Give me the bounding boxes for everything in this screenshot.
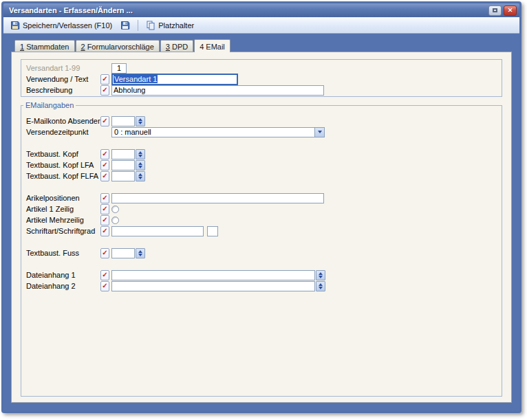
versendezeitpunkt-row: Versendezeitpunkt 0 : manuell	[21, 126, 502, 137]
arikelpositionen-label: Arikelpositionen	[26, 194, 100, 202]
kopf-flfa-spinner-buttons[interactable]	[136, 171, 145, 181]
text-module-check-icon[interactable]: ✓	[100, 85, 109, 96]
schriftgrad-input[interactable]	[207, 226, 218, 236]
spin-up-icon	[138, 118, 142, 121]
kopf-flfa-label: Textbaust. Kopf FLFA	[26, 172, 100, 180]
restore-icon	[493, 8, 497, 12]
toolbar: Speichern/Verlassen (F10) Platzhalter	[3, 17, 519, 34]
dateianhang2-input[interactable]	[111, 281, 315, 291]
dateianhang1-row: Dateianhang 1 ✓	[21, 269, 502, 280]
konto-spinner-buttons[interactable]	[136, 116, 145, 126]
schriftart-row: Schriftart/Schriftgrad ✓	[21, 225, 502, 236]
save-button[interactable]	[116, 19, 134, 32]
text-module-check-icon[interactable]: ✓	[100, 281, 109, 291]
window-title: Versandarten - Erfassen/Ändern ...	[9, 6, 486, 14]
text-module-check-icon[interactable]: ✓	[100, 204, 109, 214]
tab-stammdaten[interactable]: 1 Stammdaten	[14, 40, 75, 52]
save-icon	[10, 21, 20, 30]
text-module-check-icon[interactable]: ✓	[100, 226, 109, 236]
artikel-mehrzeilig-radio[interactable]	[111, 217, 119, 224]
konto-input[interactable]	[111, 116, 135, 126]
text-module-check-icon[interactable]: ✓	[100, 116, 109, 126]
fuss-label: Textbaust. Fuss	[26, 249, 100, 257]
arikelpositionen-row: Arikelpositionen ✓	[21, 192, 502, 203]
arikelpositionen-input[interactable]	[111, 193, 324, 203]
toolbar-separator	[138, 20, 138, 31]
versendezeitpunkt-label: Versendezeitpunkt	[26, 128, 100, 136]
save-exit-button[interactable]: Speichern/Verlassen (F10)	[6, 19, 116, 32]
titlebar: Versandarten - Erfassen/Ändern ... ✕	[3, 3, 519, 17]
dateianhang2-label: Dateianhang 2	[26, 282, 100, 290]
konto-label: E-Mailkonto Absender	[26, 117, 100, 125]
kopf-lfa-row: Textbaust. Kopf LFA ✓	[21, 159, 502, 170]
tabstrip: 1 Stammdaten 2 Formularvorschläge 3 DPD …	[11, 39, 512, 52]
kopf-input[interactable]	[111, 149, 135, 159]
placeholder-label: Platzhalter	[158, 21, 194, 30]
dropdown-arrow-icon[interactable]	[314, 128, 324, 137]
tab-page-email: Versandart 1-99 Verwendung / Text ✓ Vers…	[11, 52, 512, 403]
kopf-spinner-buttons[interactable]	[136, 149, 145, 159]
kopf-lfa-input[interactable]	[111, 160, 135, 170]
tab-formularvorschlaege[interactable]: 2 Formularvorschläge	[76, 40, 160, 52]
restore-button[interactable]	[488, 5, 502, 16]
general-groupbox: Versandart 1-99 Verwendung / Text ✓ Vers…	[21, 59, 502, 97]
verwendung-input[interactable]: Versandart 1	[111, 74, 238, 85]
email-groupbox: EMailangaben E-Mailkonto Absender ✓ Vers…	[21, 101, 502, 397]
dateianhang2-spinner-buttons[interactable]	[316, 281, 325, 291]
schriftart-label: Schriftart/Schriftgrad	[26, 227, 100, 235]
tab-email[interactable]: 4 EMail	[194, 39, 230, 52]
verwendung-label: Verwendung / Text	[26, 75, 100, 83]
text-module-check-icon[interactable]: ✓	[100, 74, 109, 85]
fuss-input[interactable]	[111, 248, 135, 258]
kopf-flfa-input[interactable]	[111, 171, 135, 181]
konto-row: E-Mailkonto Absender ✓	[21, 115, 502, 126]
save-exit-label: Speichern/Verlassen (F10)	[23, 21, 112, 30]
spin-down-icon	[138, 122, 142, 124]
text-module-check-icon[interactable]: ✓	[100, 215, 109, 225]
selected-text: Versandart 1	[114, 75, 158, 83]
save-icon	[120, 21, 130, 30]
versandart-input[interactable]	[111, 63, 127, 74]
window-body: 1 Stammdaten 2 Formularvorschläge 3 DPD …	[3, 34, 519, 411]
artikel-1zeilig-label: Artikel 1 Zeilig	[26, 205, 100, 213]
text-module-check-icon[interactable]: ✓	[100, 160, 109, 170]
beschreibung-row: Beschreibung ✓	[21, 85, 502, 96]
close-icon: ✕	[508, 8, 513, 14]
dateianhang1-input[interactable]	[111, 270, 315, 280]
kopf-lfa-spinner-buttons[interactable]	[136, 160, 145, 170]
beschreibung-label: Beschreibung	[26, 86, 100, 94]
versandart-label: Versandart 1-99	[26, 64, 100, 72]
versendezeitpunkt-select[interactable]: 0 : manuell	[111, 127, 325, 137]
verwendung-row: Verwendung / Text ✓ Versandart 1	[21, 74, 502, 85]
kopf-label: Textbaust. Kopf	[26, 150, 100, 158]
dateianhang1-spinner-buttons[interactable]	[316, 270, 325, 280]
kopf-flfa-row: Textbaust. Kopf FLFA ✓	[21, 170, 502, 181]
text-module-check-icon[interactable]: ✓	[100, 193, 109, 203]
text-module-check-icon[interactable]: ✓	[100, 248, 109, 258]
versandart-row: Versandart 1-99	[21, 63, 502, 74]
fuss-row: Textbaust. Fuss ✓	[21, 247, 502, 258]
artikel-mehrzeilig-row: Artikel Mehrzeilig ✓	[21, 214, 502, 225]
text-module-check-icon[interactable]: ✓	[100, 149, 109, 159]
tab-dpd[interactable]: 3 DPD	[160, 40, 193, 52]
selected-option: 0 : manuell	[112, 128, 151, 136]
artikel-1zeilig-row: Artikel 1 Zeilig ✓	[21, 203, 502, 214]
artikel-mehrzeilig-label: Artikel Mehrzeilig	[26, 216, 100, 224]
close-button[interactable]: ✕	[504, 5, 517, 16]
dateianhang1-label: Dateianhang 1	[26, 271, 100, 279]
placeholder-button[interactable]: Platzhalter	[142, 19, 198, 32]
email-group-title: EMailangaben	[23, 101, 76, 109]
fuss-spinner-buttons[interactable]	[136, 248, 145, 258]
kopf-lfa-label: Textbaust. Kopf LFA	[26, 161, 100, 169]
dialog-window: Versandarten - Erfassen/Ändern ... ✕ Spe…	[1, 1, 521, 413]
kopf-row: Textbaust. Kopf ✓	[21, 148, 502, 159]
text-module-check-icon[interactable]: ✓	[100, 171, 109, 181]
beschreibung-input[interactable]	[111, 85, 324, 96]
dateianhang2-row: Dateianhang 2 ✓	[21, 280, 502, 291]
schriftart-input[interactable]	[111, 226, 204, 236]
artikel-1zeilig-radio[interactable]	[111, 206, 119, 213]
text-module-check-icon[interactable]: ✓	[100, 270, 109, 280]
copy-pages-icon	[146, 21, 155, 30]
